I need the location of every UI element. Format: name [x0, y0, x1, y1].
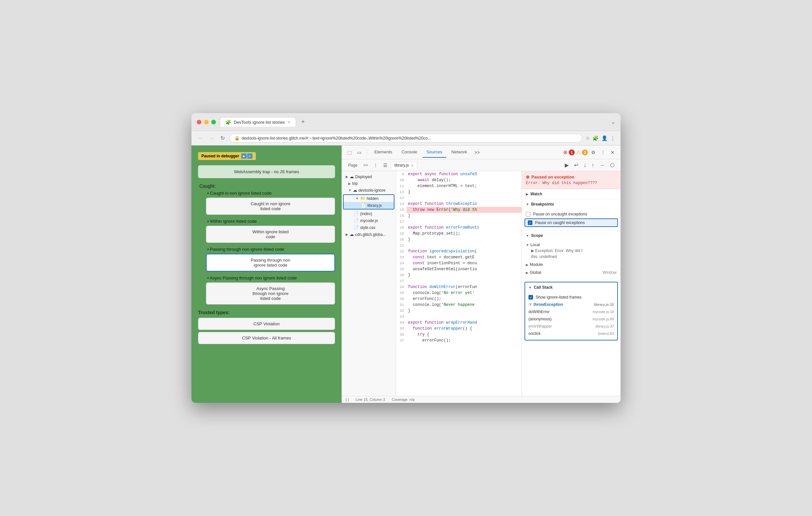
tree-cdn[interactable]: ▶ ☁ cdn.glitch.globa...: [342, 231, 396, 238]
close-button[interactable]: [197, 120, 201, 124]
step-out-button[interactable]: ↑: [589, 161, 596, 170]
file-tab-name: library.js: [395, 163, 409, 168]
inspect-icon[interactable]: ⬚: [346, 148, 354, 157]
tab-console[interactable]: Console: [398, 147, 421, 158]
file-tab-library[interactable]: library.js ✕: [391, 161, 417, 169]
sources-menu-icon[interactable]: ⋮: [371, 161, 380, 170]
paused-badge-text: Paused in debugger: [201, 154, 239, 158]
breakpoints-header[interactable]: ▼ Breakpoints: [522, 199, 620, 209]
new-tab-button[interactable]: +: [299, 117, 308, 127]
arrow-right-icon: ☞: [528, 302, 532, 307]
step-resume-button[interactable]: ▶: [563, 161, 571, 170]
devtools-more-icon[interactable]: ⋮: [599, 148, 607, 157]
device-toggle-icon[interactable]: ▭: [355, 148, 364, 157]
minimize-button[interactable]: [204, 120, 209, 124]
callstack-item-3[interactable]: errorWrapper library.js:37: [525, 323, 617, 330]
code-line-31: 31 console.log('Never happene: [396, 302, 522, 308]
browser-tab[interactable]: 🧩 DevTools ignore list stories ✕: [220, 117, 296, 127]
scope-header[interactable]: ▼ Scope: [522, 231, 620, 241]
paused-controls: ▶ ↩: [241, 153, 253, 159]
curly-braces-icon[interactable]: { }: [346, 398, 349, 401]
trusted-section: Trusted types: CSP Violation CSP Violati…: [198, 310, 335, 344]
bookmark-icon[interactable]: ☆: [586, 135, 590, 141]
caught-non-ignore-button[interactable]: Caught in non ignorelisted code: [206, 198, 335, 215]
show-ignored-checkbox[interactable]: ✓: [528, 295, 533, 300]
tab-elements[interactable]: Elements: [370, 147, 396, 158]
resume-icon[interactable]: ▶: [241, 153, 246, 159]
sources-chevron[interactable]: >>: [361, 161, 370, 170]
csp-violation-all-frames-button[interactable]: CSP Violation - All frames: [198, 332, 335, 344]
extensions-icon[interactable]: 🧩: [592, 135, 599, 141]
tab-sources[interactable]: Sources: [423, 147, 446, 158]
devtools-panel: ⬚ ▭ Elements Console Sources Network >> …: [342, 146, 620, 403]
tree-devtools-ignore[interactable]: ▼ ☁ devtools-ignore: [342, 187, 396, 194]
local-scope-header[interactable]: ▼ Local: [526, 242, 617, 248]
list-item-passing-through: ▪ Passing through non ignore listed code…: [201, 247, 335, 272]
close-devtools-icon[interactable]: ✕: [609, 148, 617, 157]
csp-violation-button[interactable]: CSP Violation: [198, 318, 335, 330]
address-icons: ☆ 🧩 👤 ⋮: [586, 135, 615, 141]
tab-title: DevTools ignore list stories: [234, 120, 285, 125]
code-editor[interactable]: 9 export async function unsafeS 10 await…: [396, 171, 522, 396]
tree-library-js[interactable]: 📄 library.js: [344, 202, 394, 209]
address-input[interactable]: 🔒 devtools-ignore-list-stories.glitch.me…: [229, 133, 582, 143]
async-passing-button[interactable]: Async Passingthrough non ignorelisted co…: [206, 282, 335, 305]
global-scope-header[interactable]: ▶ Global Window: [526, 270, 617, 275]
step-continue-button[interactable]: →: [598, 161, 607, 170]
callstack-item-4[interactable]: onclick (index):83: [525, 330, 617, 337]
tree-deployed[interactable]: ▶ ☁ Deployed: [342, 173, 396, 180]
tree-hidden[interactable]: ▼ 📁 hidden: [344, 195, 394, 202]
sub-label-within-ignore: ▪ Within ignore listed code: [206, 219, 335, 224]
callstack-item-2[interactable]: (anonymous) mycode.js:89: [525, 315, 617, 323]
caught-section-label: Caught:: [199, 183, 215, 189]
step-into-button[interactable]: ↓: [582, 161, 588, 170]
file-tab-close-icon[interactable]: ✕: [411, 164, 414, 167]
tree-top[interactable]: ▶ top: [342, 180, 396, 187]
module-scope-header[interactable]: ▶ Module: [526, 262, 617, 268]
pause-caught-checkbox[interactable]: ✓: [528, 220, 532, 225]
callstack-header[interactable]: ▼ Call Stack: [525, 282, 617, 292]
within-ignore-button[interactable]: Within ignore listedcode: [206, 226, 335, 243]
reload-button[interactable]: ↻: [219, 133, 226, 143]
scope-content: ▼ Local ▶ Exception: Error: Why did t th…: [522, 241, 620, 280]
this-scope-row: this: undefined: [526, 254, 617, 260]
tree-hidden-label: hidden: [367, 196, 379, 201]
tree-style[interactable]: 📄 style.css: [342, 224, 396, 231]
code-line-10: 10 await delay();: [396, 177, 522, 183]
maximize-button[interactable]: [211, 120, 216, 124]
exception-title-text: Paused on exception: [531, 175, 574, 180]
callstack-item-0[interactable]: ☞ throwException library.js:15: [525, 301, 617, 308]
pause-uncaught-checkbox[interactable]: [526, 212, 530, 216]
exception-title: ⊗ Paused on exception: [526, 175, 617, 180]
code-line-21: 21: [396, 242, 522, 248]
devtools-secondbar: Page >> ⋮ ☰ library.js ✕ ▶ ↩ ↓ ↑ → ⬡: [342, 159, 620, 171]
tab-close-icon[interactable]: ✕: [288, 120, 290, 124]
passing-through-button[interactable]: Passing through nonignore listed code: [206, 254, 335, 272]
forward-button[interactable]: →: [208, 134, 216, 143]
watch-header[interactable]: ▶ Watch: [522, 189, 620, 199]
settings-icon[interactable]: ⚙: [589, 148, 598, 157]
scope-section: ▼ Scope ▼ Local ▶ Exception: Error: Why: [522, 231, 620, 280]
tree-mycode[interactable]: 📄 mycode.js: [342, 217, 396, 224]
more-tabs-icon[interactable]: >>: [472, 148, 482, 157]
sidebar-toggle-icon[interactable]: ☰: [381, 161, 389, 170]
back-button[interactable]: ←: [197, 134, 205, 143]
step-icon[interactable]: ↩: [247, 153, 253, 159]
callstack-item-1[interactable]: doWithError mycode.js:18: [525, 308, 617, 315]
menu-icon[interactable]: ⋮: [610, 135, 615, 141]
tab-network[interactable]: Network: [447, 147, 471, 158]
tree-index[interactable]: 📄 (index): [342, 210, 396, 217]
devtools-right-controls: ⊗ 1 ⚠ 2 ⚙ ⋮ ✕: [563, 148, 617, 157]
page-sources-label[interactable]: Page: [346, 162, 360, 169]
list-item-within-ignore: ▪ Within ignore listed code Within ignor…: [201, 219, 335, 243]
step-over-button[interactable]: ↩: [572, 161, 580, 170]
profile-icon[interactable]: 👤: [601, 135, 608, 141]
paused-badge: Paused in debugger ▶ ↩: [198, 152, 256, 160]
breakpoints-label: Breakpoints: [531, 202, 554, 207]
deactivate-breakpoints-icon[interactable]: ⬡: [608, 161, 617, 170]
error-x-icon: ⊗: [563, 149, 568, 155]
code-line-35: 35 function errorWrapper() {: [396, 326, 522, 332]
code-line-16: 16 }: [396, 213, 522, 219]
tab-overflow-button[interactable]: ⌄: [611, 119, 615, 125]
exception-message: Error: Why did this happen????: [526, 181, 617, 185]
